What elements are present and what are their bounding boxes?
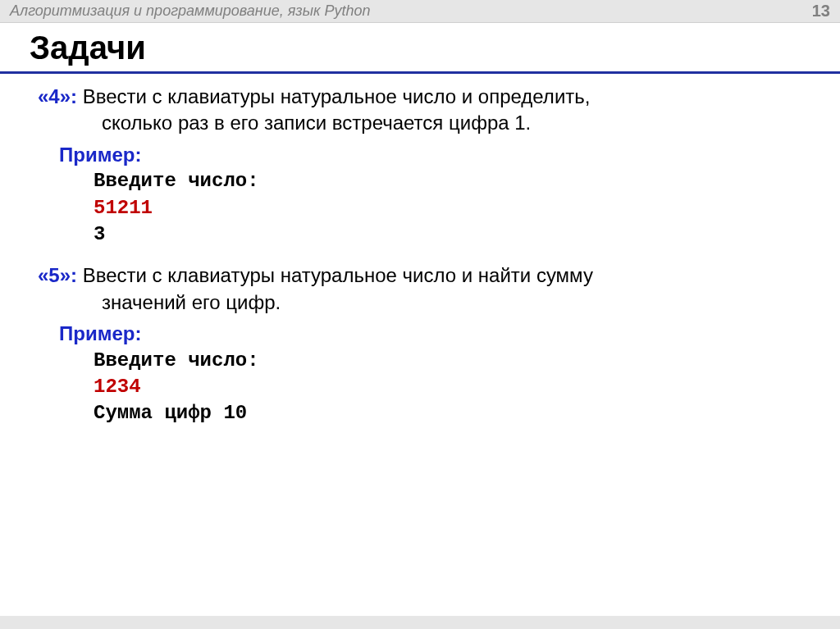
task-4-desc-first: Ввести с клавиатуры натуральное число и … xyxy=(83,85,591,107)
page-number: 13 xyxy=(812,2,830,21)
task-5: «5»: Ввести с клавиатуры натуральное чис… xyxy=(38,262,840,426)
title-underline xyxy=(0,71,840,74)
task-5-desc-second: значений его цифр. xyxy=(38,289,840,316)
task-4-code-input: 51211 xyxy=(38,195,840,221)
task-4-code-output: 3 xyxy=(38,221,840,248)
task-5-example-label: Пример: xyxy=(38,321,840,347)
footer-bar xyxy=(0,616,840,629)
task-5-code-output: Сумма цифр 10 xyxy=(38,400,840,426)
task-5-desc-first: Ввести с клавиатуры натуральное число и … xyxy=(83,264,593,286)
task-4-description: «4»: Ввести с клавиатуры натуральное чис… xyxy=(38,84,840,110)
header-bar: Алгоритмизация и программирование, язык … xyxy=(0,0,840,23)
task-5-description: «5»: Ввести с клавиатуры натуральное чис… xyxy=(38,262,840,289)
content-area: «4»: Ввести с клавиатуры натуральное чис… xyxy=(0,84,840,427)
slide-title: Задачи xyxy=(30,30,840,66)
task-5-code-input: 1234 xyxy=(38,374,840,400)
task-4-example-label: Пример: xyxy=(38,142,840,168)
task-4-code-prompt: Введите число: xyxy=(38,168,840,194)
task-4: «4»: Ввести с клавиатуры натуральное чис… xyxy=(38,84,840,248)
task-4-desc-second: сколько раз в его записи встречается циф… xyxy=(38,110,840,136)
task-5-label: «5»: xyxy=(38,264,77,286)
task-4-label: «4»: xyxy=(38,85,77,107)
header-title: Алгоритмизация и программирование, язык … xyxy=(10,2,370,20)
task-5-code-prompt: Введите число: xyxy=(38,348,840,374)
